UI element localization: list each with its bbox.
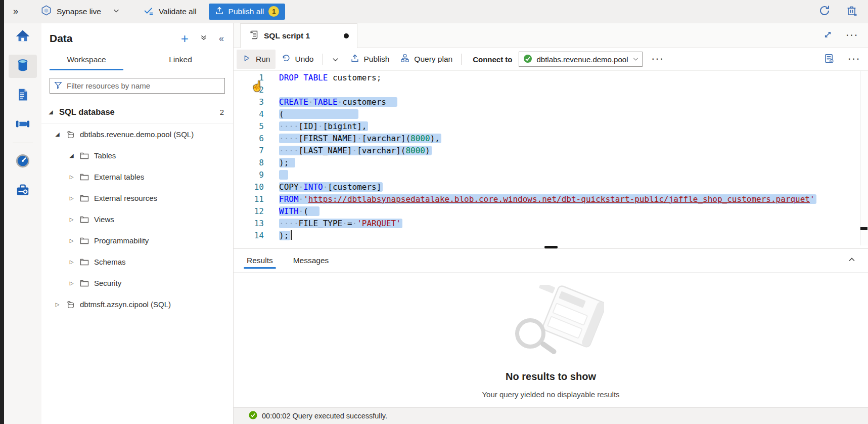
code-line-11[interactable]: 11FROM·'https://dbtlabsynapsedatalake.bl… xyxy=(234,193,868,205)
overflow-chevrons-icon[interactable]: » xyxy=(13,6,18,17)
top-command-bar: » Synapse live Validate all Publish all … xyxy=(4,0,868,23)
chevron-expanded-icon[interactable]: ◢ xyxy=(54,131,61,138)
tab-more-icon[interactable]: ··· xyxy=(846,31,859,40)
results-splitter[interactable] xyxy=(234,245,868,249)
line-content xyxy=(272,84,279,96)
splitter-drag-handle[interactable] xyxy=(544,246,558,248)
tree-item-tables[interactable]: ◢Tables xyxy=(41,145,233,166)
collapse-pane-icon[interactable]: « xyxy=(219,33,224,44)
rail-item-monitor[interactable] xyxy=(9,150,37,174)
line-content xyxy=(272,169,288,181)
topbar-right-actions xyxy=(818,5,860,19)
chevron-expanded-icon[interactable]: ◢ xyxy=(48,109,54,115)
text-cursor xyxy=(291,230,292,240)
chevron-down-icon xyxy=(113,7,120,16)
tree-item-dbtlabs-revenue-demo-pool-sql[interactable]: ◢dbtlabs.revenue.demo.pool (SQL) xyxy=(41,123,233,145)
line-content: CREATE·TABLE·customers xyxy=(272,96,397,108)
publish-button[interactable]: Publish xyxy=(345,50,395,69)
mode-switcher[interactable]: Synapse live xyxy=(40,5,120,18)
tree-item-label: External tables xyxy=(94,173,144,181)
chevron-expanded-icon[interactable]: ◢ xyxy=(68,152,75,159)
code-line-9[interactable]: 9 xyxy=(234,169,868,181)
line-number: 8 xyxy=(234,157,272,169)
rail-item-integrate[interactable] xyxy=(9,113,37,137)
tab-results[interactable]: Results xyxy=(246,250,274,271)
tab-linked[interactable]: Linked xyxy=(144,52,217,70)
code-line-14[interactable]: 14); xyxy=(234,230,868,242)
chevron-collapsed-icon[interactable]: ▷ xyxy=(68,195,75,201)
refresh-icon[interactable] xyxy=(818,5,831,19)
line-content: ····FILE_TYPE·=·'PARQUET' xyxy=(272,218,402,230)
run-label: Run xyxy=(256,55,270,64)
publish-doc-icon xyxy=(350,54,359,65)
line-content: ····[FIRST_NAME]·[varchar](8000), xyxy=(272,133,441,145)
tree-item-views[interactable]: ▷Views xyxy=(41,208,233,230)
validate-all-button[interactable]: Validate all xyxy=(143,5,197,18)
tree-item-programmability[interactable]: ▷Programmability xyxy=(41,230,233,251)
sql-code-editor[interactable]: 1DROP TABLE customers;23CREATE·TABLE·cus… xyxy=(234,71,868,245)
publish-icon xyxy=(215,6,224,17)
code-line-5[interactable]: 5····[ID]·[bigint], xyxy=(234,120,868,133)
tree-item-label: External resources xyxy=(94,194,157,202)
validate-all-label: Validate all xyxy=(159,7,197,16)
mode-label: Synapse live xyxy=(57,7,101,16)
code-line-12[interactable]: 12WITH·( xyxy=(234,205,868,218)
tab-sql-script-1[interactable]: SQL script 1 xyxy=(240,23,357,48)
undo-button[interactable]: Undo xyxy=(276,50,319,69)
tree-item-external-tables[interactable]: ▷External tables xyxy=(41,166,233,187)
tab-messages[interactable]: Messages xyxy=(292,250,330,271)
chevron-collapsed-icon[interactable]: ▷ xyxy=(54,302,61,307)
rail-item-home[interactable] xyxy=(9,25,37,49)
tree-item-schemas[interactable]: ▷Schemas xyxy=(41,251,233,272)
chevron-collapsed-icon[interactable]: ▷ xyxy=(68,238,75,243)
publish-all-button[interactable]: Publish all 1 xyxy=(209,4,286,20)
chevron-collapsed-icon[interactable]: ▷ xyxy=(68,217,75,222)
tree-item-dbtmsft-azsyn-cipool-sql[interactable]: ▷dbtmsft.azsyn.cipool (SQL) xyxy=(41,293,233,315)
undo-dropdown-chevron[interactable] xyxy=(326,52,345,67)
code-line-1[interactable]: 1DROP TABLE customers; xyxy=(234,72,868,84)
tree-item-sql-database[interactable]: ◢SQL database2 xyxy=(41,101,233,123)
line-content: ····[ID]·[bigint], xyxy=(272,120,368,133)
add-icon[interactable]: + xyxy=(181,33,189,44)
chevron-collapsed-icon[interactable]: ▷ xyxy=(68,280,75,286)
code-line-2[interactable]: 2 xyxy=(234,84,868,96)
code-line-7[interactable]: 7····[LAST_NAME]·[varchar](8000) xyxy=(234,145,868,157)
tree-item-label: Tables xyxy=(94,151,116,160)
line-content: WITH·( xyxy=(272,205,319,218)
rail-item-develop[interactable] xyxy=(9,84,37,107)
code-line-8[interactable]: 8); xyxy=(234,157,868,169)
rail-item-manage[interactable] xyxy=(9,180,37,203)
line-number: 14 xyxy=(234,230,272,242)
code-lines: 1DROP TABLE customers;23CREATE·TABLE·cus… xyxy=(234,72,868,242)
code-line-10[interactable]: 10COPY·INTO·[customers] xyxy=(234,181,868,193)
no-results-illustration xyxy=(498,285,604,362)
validate-icon xyxy=(143,5,154,18)
scrollbar-thumb[interactable] xyxy=(860,227,867,230)
rail-item-data[interactable] xyxy=(9,55,37,78)
tree-item-external-resources[interactable]: ▷External resources xyxy=(41,187,233,208)
filter-input[interactable] xyxy=(67,81,220,90)
code-line-13[interactable]: 13····FILE_TYPE·=·'PARQUET' xyxy=(234,218,868,230)
discard-icon[interactable] xyxy=(846,5,858,19)
chevron-collapsed-icon[interactable]: ▷ xyxy=(68,174,75,180)
tree-item-security[interactable]: ▷Security xyxy=(41,272,233,293)
filter-box[interactable] xyxy=(50,78,225,94)
toolbar-overflow-icon[interactable]: ··· xyxy=(848,55,861,64)
run-play-icon xyxy=(242,54,251,65)
code-line-4[interactable]: 4( xyxy=(234,108,868,120)
collapse-results-icon[interactable] xyxy=(848,256,856,266)
expand-editor-icon[interactable] xyxy=(824,30,832,41)
code-line-6[interactable]: 6····[FIRST_NAME]·[varchar](8000), xyxy=(234,133,868,145)
tab-workspace[interactable]: Workspace xyxy=(50,52,123,70)
editor-scrollbar[interactable] xyxy=(860,71,868,245)
expand-all-icon[interactable] xyxy=(200,33,208,44)
toolbar-more-icon[interactable]: ··· xyxy=(652,55,664,64)
run-button[interactable]: Run xyxy=(237,50,276,69)
line-number: 3 xyxy=(234,96,272,108)
connect-to-dropdown[interactable]: dbtlabs.revenue.demo.pool xyxy=(519,52,643,67)
query-plan-button[interactable]: Query plan xyxy=(395,50,458,69)
properties-icon[interactable] xyxy=(824,53,834,66)
chevron-collapsed-icon[interactable]: ▷ xyxy=(68,259,75,265)
editor-toolbar: Run Undo Publish xyxy=(234,48,868,71)
code-line-3[interactable]: 3CREATE·TABLE·customers xyxy=(234,96,868,108)
